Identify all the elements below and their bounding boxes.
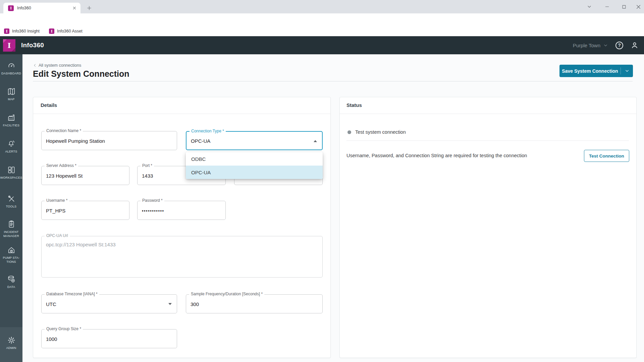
sidebar-item-label: PUMP STA-TIONS (0, 256, 22, 264)
gauge-icon (7, 61, 16, 70)
sidebar-item-label: FACILITIES (2, 124, 20, 128)
caret-down-icon (168, 303, 172, 305)
sidebar-item-label: ADMIN (6, 346, 17, 350)
sidebar-item-label: INCIDENT MANAGER (0, 230, 22, 238)
sidebar-item-workspaces[interactable]: WORKSPACES (0, 166, 22, 180)
field-label: Connection Name * (45, 128, 83, 133)
gear-icon (7, 336, 16, 345)
bookmark-favicon: I (4, 28, 9, 34)
info360-logo: I (3, 39, 15, 52)
bookmark-favicon: I (49, 28, 54, 34)
bookmark-label: Info360 Asset (57, 29, 83, 34)
sidebar-item-dashboard[interactable]: DASHBOARD (0, 61, 22, 76)
sidebar-item-facilities[interactable]: FACILITIES (0, 113, 22, 128)
status-inner-divider (346, 140, 629, 141)
test-connection-label: Test Connection (589, 154, 624, 159)
window-minimize-button[interactable] (601, 2, 613, 11)
tools-icon (7, 194, 16, 203)
dropdown-option-opc-ua[interactable]: OPC-UA (186, 166, 323, 179)
window-close-button[interactable] (633, 2, 644, 11)
main-content: All system connections Edit System Conne… (22, 54, 644, 362)
logo-letter: I (8, 41, 11, 50)
field-value: Hopewell Pumping Station (46, 138, 105, 143)
sidebar-item-tools[interactable]: TOOLS (0, 194, 22, 209)
bell-icon (7, 139, 16, 148)
test-connection-button[interactable]: Test Connection (584, 150, 629, 162)
details-card: Details Connection Name * Hopewell Pumpi… (33, 97, 331, 358)
tab-close-icon[interactable] (72, 5, 77, 11)
user-account-icon[interactable] (631, 41, 639, 49)
opcua-url-field[interactable]: OPC-UA Url opc.tcp://123 Hopewell St:143… (41, 236, 323, 278)
brand-name: Info360 (21, 42, 44, 49)
app-header: I Info360 Purple Town ? (0, 36, 644, 54)
field-label: Query Group Size * (45, 326, 83, 331)
sidebar-item-incident-manager[interactable]: INCIDENT MANAGER (0, 220, 22, 238)
status-step-row: Test system connection (347, 129, 406, 135)
window-maximize-button[interactable] (618, 2, 630, 11)
database-timezone-select[interactable]: Database Timezone [IANA] * UTC (41, 294, 177, 313)
breadcrumb[interactable]: All system connections (33, 63, 81, 68)
save-options-chevron[interactable] (621, 68, 633, 73)
field-label: OPC-UA Url (45, 233, 70, 238)
connection-type-select[interactable]: Connection Type * OPC-UA (186, 131, 323, 150)
field-value: 123 Hopewell St (46, 173, 83, 178)
connection-type-dropdown: ODBC OPC-UA (186, 152, 323, 179)
chevron-down-icon (603, 43, 608, 48)
field-value: 1433 (142, 173, 153, 178)
tenant-selector[interactable]: Purple Town (573, 43, 608, 48)
field-label: Port * (141, 163, 154, 168)
page-title: Edit System Connection (33, 69, 129, 79)
status-card-divider (340, 114, 636, 114)
field-value: 300 (191, 301, 199, 307)
bookmark-info360-asset[interactable]: I Info360 Asset (49, 28, 83, 34)
field-label: Password * (141, 198, 164, 203)
tab-title: Info360 (17, 6, 72, 10)
bookmarks-bar: I Info360 Insight I Info360 Asset (0, 26, 644, 36)
new-tab-button[interactable] (85, 4, 93, 12)
sidebar-item-label: DATA (7, 285, 16, 289)
username-field[interactable]: Username * PT_HPS (41, 201, 129, 220)
sidebar-item-data[interactable]: DATA (0, 275, 22, 289)
bookmark-label: Info360 Insight (12, 29, 40, 34)
dropdown-option-odbc[interactable]: ODBC (186, 152, 323, 166)
step-bullet-icon (347, 130, 351, 134)
test-requirements-note: Username, Password, and Connection Strin… (346, 153, 568, 158)
field-label: Server Address * (45, 163, 78, 168)
help-icon[interactable]: ? (615, 42, 623, 49)
help-glyph: ? (618, 43, 621, 48)
field-value: ••••••••••• (142, 208, 164, 213)
map-icon (7, 87, 16, 96)
sidebar-item-label: DASHBOARD (1, 72, 22, 76)
bookmark-info360-insight[interactable]: I Info360 Insight (4, 28, 40, 34)
tab-search-icon[interactable] (584, 2, 595, 11)
browser-tab-strip: I Info360 (0, 0, 644, 13)
field-label: Username * (45, 198, 69, 203)
sample-frequency-field[interactable]: Sample Frequency/Duration [Seconds] * 30… (186, 294, 323, 313)
database-icon (7, 275, 16, 284)
sidebar-item-label: ALERTS (4, 150, 18, 154)
sidebar-item-label: TOOLS (5, 205, 17, 209)
tenant-name: Purple Town (573, 43, 600, 48)
sidebar-item-label: WORKSPACES (0, 176, 23, 180)
field-label: Database Timezone [IANA] * (45, 292, 99, 296)
password-field[interactable]: Password * ••••••••••• (137, 201, 226, 220)
sidebar-item-alerts[interactable]: ALERTS (0, 139, 22, 154)
query-group-size-field[interactable]: Query Group Size * 1000 (41, 329, 177, 348)
save-system-connection-button[interactable]: Save System Connection (559, 65, 633, 77)
factory-icon (7, 113, 16, 122)
sidebar-item-pump-stations[interactable]: PUMP STA-TIONS (0, 246, 22, 264)
tab-favicon: I (8, 5, 14, 11)
title-divider (33, 81, 633, 81)
browser-tab[interactable]: I Info360 (3, 3, 80, 13)
sidebar-item-map[interactable]: MAP (0, 87, 22, 102)
field-value: OPC-UA (191, 138, 210, 143)
details-card-divider (33, 114, 330, 114)
field-value: UTC (46, 301, 56, 307)
sidebar-item-admin[interactable]: ADMIN (0, 336, 22, 350)
server-address-field[interactable]: Server Address * 123 Hopewell St (41, 166, 129, 185)
pump-station-icon (7, 246, 16, 254)
field-value: PT_HPS (46, 207, 65, 213)
connection-name-field[interactable]: Connection Name * Hopewell Pumping Stati… (41, 131, 177, 150)
details-card-title: Details (41, 102, 57, 108)
sidebar-nav: DASHBOARD MAP FACILITIES ALERTS WORKSPAC… (0, 54, 22, 362)
